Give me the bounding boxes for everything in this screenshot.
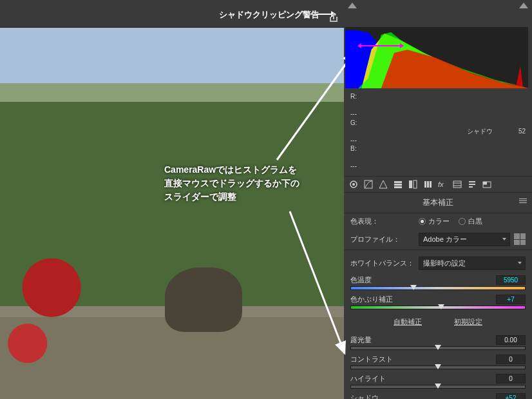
region-name: シャドウ bbox=[467, 127, 493, 136]
tab-detail-icon[interactable] bbox=[379, 180, 388, 189]
svg-rect-11 bbox=[427, 181, 429, 188]
histogram-drag-indicator-icon bbox=[361, 45, 400, 46]
photo-rock bbox=[165, 268, 242, 332]
treatment-color-radio[interactable]: カラー bbox=[419, 217, 450, 226]
histogram[interactable] bbox=[345, 27, 528, 88]
section-title: 基本補正 bbox=[344, 193, 532, 213]
wb-select[interactable]: 撮影時の設定 bbox=[419, 257, 526, 270]
profile-select[interactable]: Adobe カラー bbox=[419, 233, 510, 246]
slider-thumb[interactable] bbox=[435, 364, 441, 369]
tint-value[interactable]: +7 bbox=[496, 295, 526, 304]
svg-rect-12 bbox=[430, 181, 432, 188]
g-label: G: bbox=[350, 119, 357, 128]
slider-thumb[interactable] bbox=[435, 345, 441, 350]
profile-browser-icon[interactable] bbox=[514, 233, 526, 245]
adjustments-panel: R: --- G: --- B: --- シャドウ 52 fx 基本補正 bbox=[344, 27, 532, 399]
auto-button[interactable]: 自動補正 bbox=[394, 317, 422, 327]
svg-point-3 bbox=[352, 183, 355, 186]
b-label: B: bbox=[350, 144, 357, 153]
radio-label: カラー bbox=[428, 217, 450, 226]
slider-label: コントラスト bbox=[350, 355, 393, 364]
topbar: シャドウクリッピング警告 bbox=[0, 0, 532, 27]
slider-label: 露光量 bbox=[350, 335, 372, 345]
annotation-line: CameraRawではヒストグラムを bbox=[164, 163, 299, 177]
auto-default-row: 自動補正 初期設定 bbox=[344, 312, 532, 333]
shadow-clip-warning-icon[interactable] bbox=[348, 3, 357, 8]
svg-rect-6 bbox=[394, 184, 402, 186]
contrast-track[interactable] bbox=[350, 365, 526, 369]
profile-value: Adobe カラー bbox=[423, 235, 467, 243]
exposure-value[interactable]: 0.00 bbox=[496, 335, 526, 345]
profile-row: プロファイル： Adobe カラー bbox=[344, 229, 532, 249]
region-value: 52 bbox=[518, 128, 526, 135]
main-area: CameraRawではヒストグラムを 直接マウスでドラッグするか下の スライダー… bbox=[0, 27, 532, 399]
slider-thumb[interactable] bbox=[438, 304, 444, 309]
b-value: --- bbox=[350, 162, 357, 171]
slider-label: 色かぶり補正 bbox=[350, 295, 393, 304]
slider-label: シャドウ bbox=[350, 393, 379, 400]
svg-line-1 bbox=[290, 211, 345, 353]
tab-snapshots-icon[interactable] bbox=[482, 180, 491, 189]
r-value: --- bbox=[350, 110, 357, 119]
section-title-text: 基本補正 bbox=[423, 198, 453, 207]
slider-thumb[interactable] bbox=[410, 285, 417, 290]
shadows-slider: シャドウ +52 bbox=[344, 391, 532, 400]
svg-line-0 bbox=[277, 52, 354, 160]
svg-rect-21 bbox=[483, 182, 487, 185]
annotation-line: 直接マウスでドラッグするか下の bbox=[164, 177, 299, 190]
highlights-value[interactable]: 0 bbox=[496, 374, 526, 384]
treatment-bw-radio[interactable]: 白黒 bbox=[459, 217, 482, 226]
tint-slider: 色かぶり補正 +7 bbox=[344, 293, 532, 312]
exposure-slider: 露光量 0.00 bbox=[344, 333, 532, 353]
tab-lens-icon[interactable] bbox=[423, 180, 432, 189]
tab-presets-icon[interactable] bbox=[468, 180, 477, 189]
tab-curve-icon[interactable] bbox=[364, 180, 373, 189]
panel-menu-icon[interactable] bbox=[519, 199, 527, 204]
tab-split-icon[interactable] bbox=[408, 180, 417, 189]
profile-label: プロファイル： bbox=[350, 235, 415, 244]
temperature-track[interactable] bbox=[350, 286, 526, 290]
contrast-slider: コントラスト 0 bbox=[344, 353, 532, 372]
default-button[interactable]: 初期設定 bbox=[454, 317, 482, 327]
svg-rect-8 bbox=[409, 180, 412, 188]
highlights-slider: ハイライト 0 bbox=[344, 372, 532, 391]
temperature-slider: 色温度 5950 bbox=[344, 273, 532, 293]
r-label: R: bbox=[350, 92, 357, 101]
rgb-readout: R: --- G: --- B: --- シャドウ 52 bbox=[344, 90, 532, 176]
highlight-clip-warning-icon[interactable] bbox=[519, 3, 528, 8]
exposure-track[interactable] bbox=[350, 346, 526, 350]
slider-label: 色温度 bbox=[350, 275, 372, 285]
treatment-label: 色表現： bbox=[350, 217, 415, 226]
wb-label: ホワイトバランス： bbox=[350, 258, 415, 268]
annotation-line: スライダーで調整 bbox=[164, 190, 299, 204]
export-icon[interactable] bbox=[328, 13, 339, 23]
slider-label: ハイライト bbox=[350, 374, 386, 384]
preview-image[interactable]: CameraRawではヒストグラムを 直接マウスでドラッグするか下の スライダー… bbox=[0, 27, 344, 399]
treatment-row: 色表現： カラー 白黒 bbox=[344, 213, 532, 229]
contrast-value[interactable]: 0 bbox=[496, 355, 526, 364]
svg-rect-7 bbox=[394, 186, 402, 188]
g-value: --- bbox=[350, 136, 357, 145]
shadows-value[interactable]: +52 bbox=[496, 393, 526, 400]
annotation-arrow-icon bbox=[283, 208, 348, 356]
annotation-text: CameraRawではヒストグラムを 直接マウスでドラッグするか下の スライダー… bbox=[164, 163, 299, 204]
shadow-clipping-label: シャドウクリッピング警告 bbox=[219, 9, 319, 21]
temperature-value[interactable]: 5950 bbox=[496, 275, 526, 285]
svg-rect-5 bbox=[394, 181, 402, 183]
radio-label: 白黒 bbox=[468, 217, 482, 226]
svg-rect-10 bbox=[424, 181, 426, 188]
histogram-chart bbox=[345, 27, 528, 88]
wb-value: 撮影時の設定 bbox=[423, 259, 466, 267]
tab-basic-icon[interactable] bbox=[349, 180, 358, 189]
svg-text:fx: fx bbox=[438, 180, 444, 188]
svg-rect-14 bbox=[453, 181, 461, 188]
tab-hsl-icon[interactable] bbox=[394, 180, 403, 189]
slider-thumb[interactable] bbox=[435, 384, 441, 389]
wb-row: ホワイトバランス： 撮影時の設定 bbox=[344, 249, 532, 273]
tab-strip: fx bbox=[344, 176, 532, 193]
highlights-track[interactable] bbox=[350, 385, 526, 389]
tint-track[interactable] bbox=[350, 306, 526, 309]
tab-fx-icon[interactable]: fx bbox=[438, 180, 447, 189]
svg-rect-9 bbox=[413, 180, 417, 188]
tab-calibration-icon[interactable] bbox=[453, 180, 462, 189]
